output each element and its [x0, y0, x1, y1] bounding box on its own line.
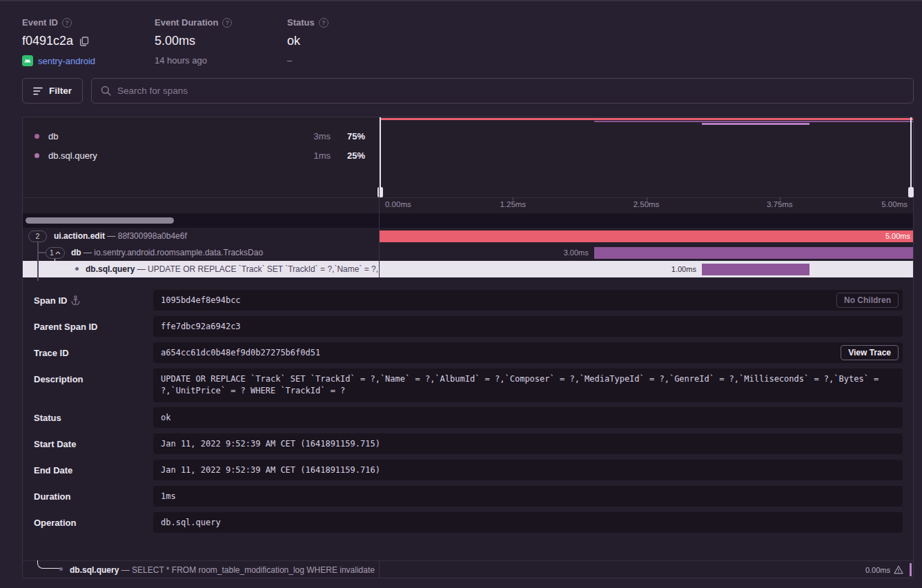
tree-connector-line [37, 242, 39, 281]
warning-icon [894, 565, 903, 574]
detail-label: Parent Span ID [34, 322, 97, 332]
event-age: 14 hours ago [155, 55, 287, 66]
op-color-dot [35, 153, 39, 158]
tree-connector-elbow [37, 560, 60, 569]
status-extra: – [287, 55, 420, 66]
project-name: sentry-android [38, 56, 95, 66]
span-row-db[interactable]: db — io.sentry.android.roomsample.data.T… [23, 244, 913, 261]
span-row-db-sql-query-2[interactable]: db.sql.query — SELECT * FROM room_table_… [23, 560, 913, 578]
time-axis-labels: 0.00ms 1.25ms 2.50ms 3.75ms 5.00ms [380, 197, 913, 213]
axis-label: 3.75ms [767, 200, 793, 208]
minimap-span-db-sql-query [702, 123, 810, 125]
minimap-right-handle-grip[interactable] [908, 187, 914, 197]
ops-breakdown-legend: db 3ms 75% db.sql.query 1ms 25% [23, 117, 379, 165]
detail-value-start-date: Jan 11, 2022 9:52:39 AM CET (1641891159.… [153, 433, 903, 454]
tree-scrollbar-track [23, 213, 379, 228]
tree-connector-stub [38, 252, 46, 253]
event-id-value: f0491c2a [22, 34, 73, 48]
span-op: db.sql.query [86, 264, 135, 274]
span-bar-db-sql-query[interactable] [702, 264, 810, 275]
span-duration: 0.00ms [865, 566, 890, 574]
detail-label: Trace ID [34, 348, 69, 358]
chevron-up-icon [55, 251, 61, 255]
event-duration-column: Event Duration ? 5.00ms 14 hours ago [155, 17, 287, 66]
op-duration: 1ms [306, 150, 331, 161]
trace-view-panel: db 3ms 75% db.sql.query 1ms 25% 0.00ms 1… [22, 117, 914, 578]
zero-duration-span-marker [910, 563, 912, 576]
view-trace-button[interactable]: View Trace [841, 345, 899, 360]
span-description: io.sentry.android.roomsample.data.Tracks… [94, 248, 263, 257]
op-name: db [48, 131, 297, 141]
minimap-left-handle[interactable] [380, 117, 381, 197]
span-row-ui-action-edit[interactable]: ui.action.edit — 88f300998a0b4e6f 5.00ms [23, 228, 913, 244]
filter-button-label: Filter [49, 86, 72, 96]
tree-scrollbar-thumb[interactable] [26, 217, 174, 224]
span-count-badge[interactable]: 2 [28, 231, 47, 242]
detail-value-operation: db.sql.query [153, 512, 903, 533]
event-id-column: Event ID ? f0491c2a sentry-android [22, 17, 155, 66]
filter-button[interactable]: Filter [22, 78, 83, 104]
help-icon[interactable]: ? [222, 18, 232, 28]
span-op: db.sql.query [70, 565, 119, 575]
status-column: Status ? ok – [287, 17, 420, 66]
minimap-right-handle[interactable] [910, 117, 912, 197]
axis-label: 5.00ms [881, 200, 908, 208]
op-percentage: 75% [340, 131, 365, 141]
panel-divider [379, 117, 380, 228]
search-box [91, 78, 914, 104]
span-bar-ui-action-edit[interactable]: 5.00ms [380, 231, 913, 242]
axis-label: 1.25ms [500, 200, 526, 208]
detail-label: Status [34, 413, 61, 423]
legend-row-db-sql-query: db.sql.query 1ms 25% [35, 146, 365, 165]
detail-value-parent-span-id: ffe7dbc92a6942c3 [153, 316, 903, 337]
op-name: db.sql.query [48, 150, 297, 161]
span-toolbar: Filter [22, 78, 914, 104]
search-icon [101, 86, 111, 96]
help-icon[interactable]: ? [62, 18, 72, 28]
window-top-edge [0, 0, 922, 1]
tree-connector-dot [75, 267, 79, 271]
event-meta-header: Event ID ? f0491c2a sentry-android Event… [0, 0, 922, 66]
event-id-label-row: Event ID ? [22, 17, 155, 28]
detail-value-end-date: Jan 11, 2022 9:52:39 AM CET (1641891159.… [153, 460, 903, 480]
copy-icon[interactable] [79, 37, 89, 46]
panel-divider [379, 213, 380, 277]
tree-connector-elbow [55, 258, 76, 268]
detail-label: Span ID [34, 295, 67, 306]
detail-label: Start Date [34, 439, 76, 449]
span-duration: 3.00ms [564, 244, 589, 261]
span-bar-db[interactable] [594, 247, 913, 259]
detail-value-description: UPDATE OR REPLACE `Track` SET `TrackId` … [153, 369, 903, 402]
span-op: ui.action.edit [54, 231, 105, 241]
minimap-span-db [594, 121, 913, 123]
detail-value-span-id: 1095bd4ef8e94bcc No Children [153, 290, 903, 311]
span-count-badge-expand[interactable]: 1 [46, 247, 65, 259]
span-row-db-sql-query-selected[interactable]: db.sql.query — UPDATE OR REPLACE `Track`… [23, 261, 913, 277]
axis-label: 2.50ms [634, 200, 660, 208]
detail-label: Duration [34, 491, 70, 502]
event-duration-label: Event Duration [155, 17, 218, 28]
tree-connector-dot [59, 567, 63, 571]
search-input[interactable] [117, 86, 904, 96]
op-percentage: 25% [340, 150, 365, 161]
filter-icon [33, 87, 43, 95]
span-op: db [71, 248, 81, 257]
help-icon[interactable]: ? [319, 18, 328, 28]
no-children-button[interactable]: No Children [836, 293, 899, 308]
op-duration: 3ms [306, 131, 331, 141]
detail-label: End Date [34, 465, 72, 476]
detail-label: Description [34, 374, 84, 384]
span-description: UPDATE OR REPLACE `Track` SET `TrackId` … [148, 264, 379, 274]
span-duration: 5.00ms [885, 232, 913, 240]
span-description: SELECT * FROM room_table_modification_lo… [132, 565, 375, 575]
android-project-icon [22, 55, 33, 66]
trace-minimap[interactable] [380, 117, 913, 197]
status-label: Status [287, 17, 315, 28]
anchor-icon[interactable] [71, 295, 80, 305]
project-link[interactable]: sentry-android [22, 55, 155, 66]
timeline-gutter [380, 213, 913, 228]
minimap-span-ui-action-edit [380, 118, 913, 120]
event-id-label: Event ID [22, 17, 58, 28]
op-color-dot [35, 134, 39, 139]
detail-value-trace-id: a654cc61dc0b48ef9d0b27275b6f0d51 View Tr… [153, 342, 903, 363]
